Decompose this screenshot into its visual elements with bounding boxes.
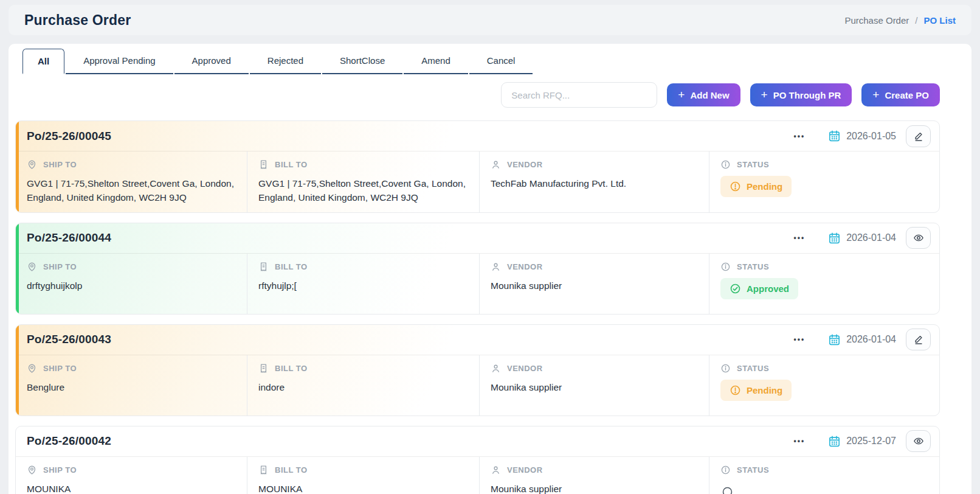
- create-po-button[interactable]: + Create PO: [861, 83, 940, 106]
- card-action-button[interactable]: [906, 430, 931, 452]
- card-action-button[interactable]: [906, 227, 931, 249]
- breadcrumb-separator: /: [915, 15, 917, 26]
- tabbar: AllApproval PendingApprovedRejectedShort…: [9, 49, 971, 74]
- toolbar: + Add New + PO Through PR + Create PO: [9, 74, 971, 112]
- more-options-icon[interactable]: •••: [794, 335, 806, 344]
- bill-to-cell: BILL TO GVG1 | 71-75,Shelton Street,Cove…: [247, 151, 479, 212]
- bill-to-value: rftyhujlp;[: [258, 279, 468, 293]
- vendor-cell: VENDOR Mounika supplier: [479, 457, 709, 494]
- add-new-label: Add New: [690, 90, 729, 100]
- ship-to-cell: SHIP TO GVG1 | 71-75,Shelton Street,Cove…: [16, 151, 247, 212]
- ship-to-value: drftyghuijkolp: [27, 279, 236, 293]
- calendar-icon: [828, 333, 841, 346]
- bill-to-cell: BILL TO indore: [247, 355, 479, 416]
- vendor-value: Mounika supplier: [491, 482, 698, 494]
- po-date: 2026-01-04: [846, 334, 896, 345]
- status-badge-text: Approved: [747, 284, 789, 294]
- map-pin-icon: [27, 465, 37, 475]
- vendor-value: Mounika supplier: [491, 380, 698, 394]
- calendar-icon: [828, 435, 841, 448]
- card-action-button[interactable]: [906, 329, 931, 350]
- receipt-icon: [258, 363, 269, 374]
- status-cell: STATUS: [709, 457, 939, 494]
- status-badge: Pending: [720, 380, 792, 401]
- po-through-pr-button[interactable]: + PO Through PR: [750, 83, 852, 106]
- search-input[interactable]: [501, 82, 657, 108]
- vendor-label: VENDOR: [507, 364, 543, 373]
- vendor-value: TechFab Manufacturing Pvt. Ltd.: [491, 176, 698, 190]
- po-card-list: Po/25-26/00045 ••• 2026-01-05: [9, 112, 971, 494]
- add-new-button[interactable]: + Add New: [667, 83, 740, 106]
- info-icon: [720, 262, 731, 272]
- receipt-icon: [258, 262, 269, 272]
- bill-to-label: BILL TO: [275, 262, 308, 271]
- po-number: Po/25-26/00044: [27, 231, 111, 245]
- status-cell: STATUS Pending: [709, 151, 939, 212]
- bill-to-label: BILL TO: [275, 160, 308, 169]
- breadcrumb-parent[interactable]: Purchase Order: [844, 15, 909, 26]
- exclamation-circle-icon: [730, 384, 741, 396]
- map-pin-icon: [27, 363, 37, 374]
- breadcrumb-current[interactable]: PO List: [923, 15, 956, 26]
- tab-shortclose[interactable]: ShortClose: [322, 49, 402, 74]
- vendor-cell: VENDOR Mounika supplier: [479, 254, 709, 314]
- ship-to-label: SHIP TO: [43, 262, 77, 271]
- status-accent-bar: [16, 121, 19, 212]
- po-date: 2026-01-05: [846, 131, 896, 142]
- check-circle-icon: [730, 283, 741, 294]
- vendor-cell: VENDOR TechFab Manufacturing Pvt. Ltd.: [479, 151, 709, 212]
- receipt-icon: [258, 465, 269, 475]
- ship-to-cell: SHIP TO MOUNIKA: [16, 457, 247, 494]
- po-card-body: SHIP TO MOUNIKA BILL TO MOUNIKA: [16, 457, 939, 494]
- vendor-cell: VENDOR Mounika supplier: [479, 355, 709, 416]
- ship-to-label: SHIP TO: [43, 364, 77, 373]
- map-pin-icon: [27, 262, 37, 272]
- view-eye-icon: [913, 232, 924, 243]
- status-accent-bar: [16, 325, 19, 416]
- ship-to-value: GVG1 | 71-75,Shelton Street,Covent Ga, L…: [27, 176, 236, 205]
- po-number: Po/25-26/00043: [27, 333, 111, 346]
- person-icon: [491, 363, 501, 374]
- page-header: Purchase Order Purchase Order / PO List: [9, 5, 971, 35]
- tab-rejected[interactable]: Rejected: [250, 49, 321, 74]
- more-options-icon[interactable]: •••: [794, 234, 806, 242]
- person-icon: [491, 465, 501, 475]
- card-action-button[interactable]: [906, 125, 931, 147]
- status-badge: Approved: [720, 278, 798, 299]
- po-card-body: SHIP TO Benglure BILL TO indore: [16, 355, 939, 416]
- bill-to-value: indore: [258, 380, 468, 394]
- status-badge: Pending: [720, 176, 792, 197]
- calendar-icon: [828, 130, 841, 142]
- plus-icon: +: [678, 89, 685, 100]
- bill-to-value: MOUNIKA: [258, 482, 468, 494]
- bill-to-value: GVG1 | 71-75,Shelton Street,Covent Ga, L…: [258, 176, 468, 205]
- po-through-pr-label: PO Through PR: [773, 90, 841, 100]
- ship-to-label: SHIP TO: [43, 465, 77, 475]
- po-date: 2025-12-07: [846, 436, 896, 447]
- tab-amend[interactable]: Amend: [404, 49, 468, 74]
- more-options-icon[interactable]: •••: [794, 437, 806, 445]
- person-icon: [491, 262, 501, 272]
- bill-to-cell: BILL TO MOUNIKA: [247, 457, 479, 494]
- tab-approved[interactable]: Approved: [174, 49, 249, 74]
- plus-icon: +: [872, 89, 879, 100]
- vendor-label: VENDOR: [507, 262, 543, 271]
- vendor-label: VENDOR: [507, 465, 543, 475]
- vendor-label: VENDOR: [507, 160, 543, 169]
- status-accent-bar: [16, 223, 19, 314]
- receipt-icon: [258, 159, 269, 170]
- info-icon: [720, 159, 731, 170]
- status-label: STATUS: [737, 262, 769, 271]
- tab-approval-pending[interactable]: Approval Pending: [66, 49, 173, 74]
- main-panel: AllApproval PendingApprovedRejectedShort…: [9, 44, 971, 494]
- create-po-label: Create PO: [885, 90, 929, 100]
- tab-cancel[interactable]: Cancel: [469, 49, 533, 74]
- po-card: Po/25-26/00042 ••• 2025-12-07: [15, 426, 940, 494]
- tab-all[interactable]: All: [22, 49, 64, 74]
- ship-to-label: SHIP TO: [43, 160, 77, 169]
- status-badge-text: Pending: [747, 181, 782, 192]
- more-options-icon[interactable]: •••: [794, 132, 806, 141]
- po-number: Po/25-26/00045: [27, 130, 111, 143]
- status-cell: STATUS Pending: [709, 355, 939, 416]
- calendar-icon: [828, 232, 841, 245]
